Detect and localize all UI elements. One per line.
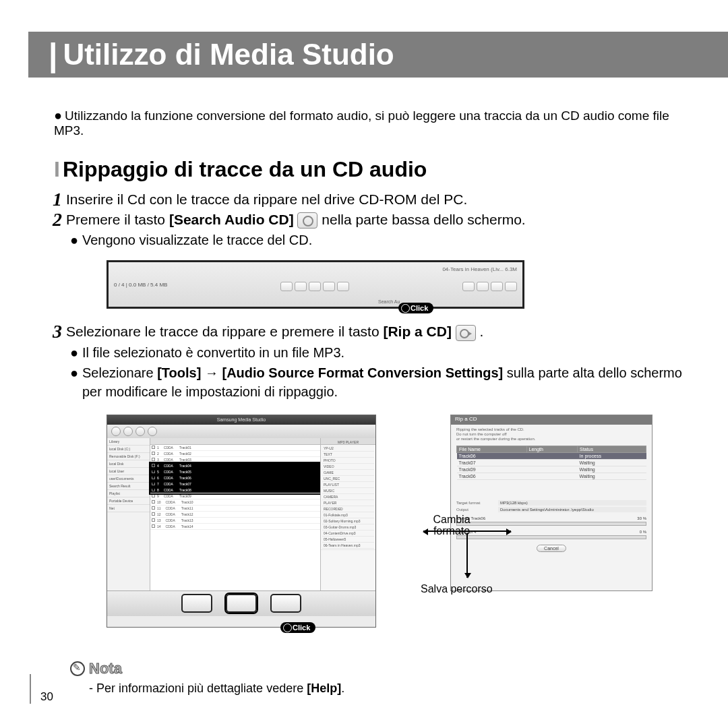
library-item[interactable]: Net — [107, 505, 150, 512]
pane-library: Librarylocal Disk (C:)Removable Disk (F:… — [107, 438, 150, 590]
step-1: 1Inserire il Cd con le tracce da rippare… — [66, 191, 696, 208]
note-block: Nota - Per informazioni più dettagliate … — [70, 660, 696, 696]
dialog-row: Track07Waiting — [457, 460, 646, 466]
player-item[interactable]: PLAYLIST — [322, 482, 374, 488]
player-item[interactable]: 06-Tears in Heaven.mp3 — [322, 543, 374, 549]
step-3: 3 Selezionare le tracce da rippare e pre… — [66, 324, 696, 340]
intro-line: ●Utilizzando la funzione conversione del… — [54, 108, 696, 138]
dialog-format-value: MP3(128 kbps) — [498, 500, 646, 506]
library-item[interactable]: Library — [107, 438, 150, 446]
library-item[interactable]: Playlist — [107, 490, 150, 497]
toolbar-search-label: Search Au — [378, 299, 400, 304]
note-heading: Nota — [89, 660, 122, 677]
player-item[interactable]: 03-Guitar-Drums.mp3 — [322, 524, 374, 530]
track-row[interactable]: 7CDDATrack07 — [150, 481, 320, 487]
pane-player-header: MP3 PLAYER — [321, 438, 375, 445]
player-item[interactable]: PHOTO — [322, 458, 374, 464]
toolbar-mini-btn[interactable] — [505, 282, 517, 291]
title-pipe: | — [49, 36, 57, 73]
player-item[interactable]: PLAYER — [322, 500, 374, 506]
track-row[interactable]: 6CDDATrack06 — [150, 475, 320, 481]
track-row[interactable]: 8CDDATrack08 — [150, 487, 320, 493]
left-edge-rule — [30, 674, 31, 704]
step-1-text: Inserire il Cd con le tracce da rippare … — [66, 191, 467, 207]
figure-app: Samsung Media Studio Librarylocal Disk (… — [107, 415, 696, 628]
track-row[interactable]: 14CDDATrack14 — [150, 524, 320, 530]
step-3-sub1: ●Il file selezionato è convertito in un … — [66, 345, 696, 361]
player-item[interactable]: UNC_REC — [322, 476, 374, 482]
annotation-arrow-v — [466, 533, 468, 578]
library-item[interactable]: local User — [107, 468, 150, 475]
annotation-save-path: Salva percorso — [421, 583, 493, 595]
library-item[interactable]: local Disk (C:) — [107, 446, 150, 453]
bottom-search-cd-button[interactable] — [181, 594, 212, 613]
step-3-sub2: ● Selezionare [Tools] → [Audio Source Fo… — [66, 363, 696, 401]
page-content: ●Utilizzando la funzione conversione del… — [54, 108, 696, 696]
player-item[interactable]: 02-Solitary Morning.mp3 — [322, 518, 374, 524]
section-heading: IRippaggio di tracce da un CD audio — [54, 157, 696, 182]
library-item[interactable]: local Disk — [107, 460, 150, 468]
toolbar-mini-btn[interactable] — [280, 282, 293, 291]
toolbar-circle-btn[interactable] — [123, 427, 133, 436]
rip-cd-icon — [456, 325, 476, 341]
toolbar-progress: 0 / 4 | 0.0 MB / 5.4 MB — [114, 282, 167, 291]
page-title: Utilizzo di Media Studio — [63, 38, 394, 71]
app-toolbar — [107, 425, 375, 438]
toolbar-mini-btn[interactable] — [323, 282, 335, 291]
track-row[interactable]: 1CDDATrack01 — [150, 445, 320, 451]
track-row[interactable]: 2CDDATrack02 — [150, 451, 320, 457]
library-item[interactable]: Portable Device — [107, 497, 150, 505]
track-row[interactable]: 5CDDATrack05 — [150, 469, 320, 475]
figure-toolbar: 04-Tears in Heaven (Liv... 6.3M 0 / 4 | … — [107, 260, 524, 309]
page-title-band: | Utilizzo di Media Studio — [28, 32, 728, 78]
player-item[interactable]: TEXT — [322, 452, 374, 458]
track-row[interactable]: 10CDDATrack10 — [150, 499, 320, 506]
track-row[interactable]: 4CDDATrack04 — [150, 463, 320, 469]
toolbar-circle-btn[interactable] — [148, 427, 157, 436]
track-row[interactable]: 13CDDATrack13 — [150, 518, 320, 524]
dialog-title: Rip a CD — [451, 415, 652, 425]
toolbar-mini-btn[interactable] — [491, 282, 503, 291]
player-item[interactable]: YP-U2 — [322, 446, 374, 452]
annotation-change-format: Cambia formato — [423, 514, 480, 537]
bottom-btn[interactable] — [270, 594, 301, 613]
search-audio-cd-icon — [297, 212, 317, 229]
player-item[interactable]: 05-Halloween5 — [322, 537, 374, 543]
rip-dialog: Rip a CD Ripping the selected tracks of … — [450, 415, 653, 591]
player-item[interactable]: VIDEO — [322, 464, 374, 470]
cancel-button[interactable]: Cancel — [537, 545, 566, 552]
track-row[interactable]: 11CDDATrack11 — [150, 506, 320, 512]
track-row[interactable]: 9CDDATrack09 — [150, 493, 320, 499]
toolbar-mini-btn[interactable] — [295, 282, 307, 291]
step-2-b: nella parte bassa dello schermo. — [322, 212, 525, 227]
player-item[interactable]: RECORDED — [322, 506, 374, 512]
dialog-format-row: Target formatMP3(128 kbps) — [456, 500, 646, 506]
toolbar-now-playing: 04-Tears in Heaven (Liv... 6.3M — [442, 266, 517, 272]
track-row[interactable]: 3CDDATrack03 — [150, 457, 320, 463]
toolbar-circle-btn[interactable] — [135, 427, 145, 436]
toolbar-mini-btn[interactable] — [309, 282, 321, 291]
section-title: Rippaggio di tracce da un CD audio — [63, 157, 427, 181]
toolbar-mini-btn[interactable] — [477, 282, 489, 291]
player-item[interactable]: GAME — [322, 470, 374, 476]
library-item[interactable]: Search Result — [107, 483, 150, 490]
toolbar-mini-btn[interactable] — [462, 282, 475, 291]
track-row[interactable]: 12CDDATrack12 — [150, 512, 320, 518]
note-icon — [70, 661, 85, 676]
pane-player: MP3 PLAYER YP-U2TEXTPHOTOVIDEOGAMEUNC_RE… — [320, 438, 375, 590]
bottom-rip-cd-button[interactable] — [226, 594, 257, 613]
step-3-bold: [Rip a CD] — [383, 324, 452, 339]
app-window-title: Samsung Media Studio — [107, 415, 375, 425]
dialog-row: Track06Waiting — [457, 473, 646, 480]
toolbar-circle-btn[interactable] — [111, 427, 121, 436]
player-item[interactable]: 01-Folktale.mp3 — [322, 512, 374, 518]
dialog-row: Track09Waiting — [457, 466, 646, 473]
library-item[interactable]: Removable Disk (F:) — [107, 453, 150, 460]
toolbar-mini-btn[interactable] — [337, 282, 349, 291]
library-item[interactable]: user\Documents — [107, 475, 150, 483]
step-2-sub: ●Vengono visualizzate le tracce del CD. — [66, 233, 696, 248]
player-item[interactable]: MUSIC — [322, 488, 374, 494]
player-item[interactable]: 04-ContentDrive.mp3 — [322, 530, 374, 537]
page-number: 30 — [40, 690, 53, 704]
player-item[interactable]: CAMERA — [322, 494, 374, 500]
